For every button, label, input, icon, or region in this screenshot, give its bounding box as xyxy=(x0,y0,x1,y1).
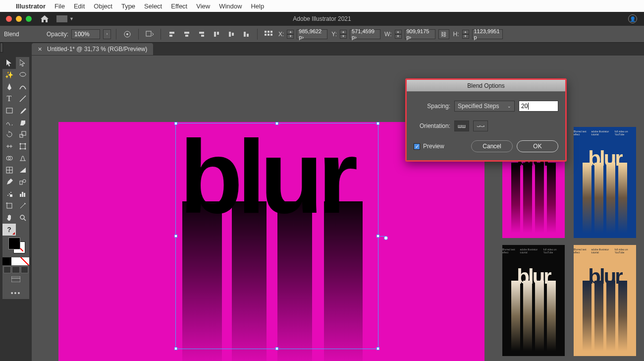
align-bottom-icon[interactable] xyxy=(240,28,252,40)
close-tab-icon[interactable]: ✕ xyxy=(38,46,42,53)
perspective-grid-tool-icon[interactable] xyxy=(16,152,29,164)
menu-help[interactable]: Help xyxy=(251,2,264,10)
panel-stub-icon[interactable] xyxy=(0,43,3,53)
more-tools-icon[interactable]: ••• xyxy=(2,287,29,299)
spacing-steps-input[interactable]: 20 xyxy=(519,101,558,112)
opacity-label: Opacity: xyxy=(47,31,68,38)
y-input[interactable]: 571,4599 p› xyxy=(350,29,380,39)
unknown-tool-icon[interactable]: ? xyxy=(2,224,16,236)
menu-effect[interactable]: Effect xyxy=(171,2,187,10)
eyedropper-tool-icon[interactable] xyxy=(2,176,16,188)
h-stepper[interactable]: ▲▼ xyxy=(462,30,469,39)
slice-tool-icon[interactable] xyxy=(16,200,29,212)
handle-icon[interactable] xyxy=(275,347,278,350)
blend-tool-icon[interactable] xyxy=(16,176,29,188)
align-left-icon[interactable] xyxy=(166,28,178,40)
menu-select[interactable]: Select xyxy=(144,2,162,10)
direct-selection-tool-icon[interactable] xyxy=(16,57,29,69)
transform-panel-icon[interactable] xyxy=(263,28,274,40)
selection-tool-icon[interactable] xyxy=(2,57,16,69)
gradient-tool-icon[interactable] xyxy=(16,164,29,176)
eraser-tool-icon[interactable] xyxy=(16,117,29,128)
fill-stroke-swatch[interactable] xyxy=(2,236,29,257)
color-none-icon[interactable] xyxy=(20,257,29,265)
x-input[interactable]: 985,9622 p› xyxy=(297,29,327,39)
scale-tool-icon[interactable] xyxy=(16,128,29,140)
draw-behind-icon[interactable] xyxy=(12,266,19,273)
width-tool-icon[interactable] xyxy=(2,140,16,152)
color-white-icon[interactable] xyxy=(11,257,20,265)
preview-checkbox[interactable]: ✓ Preview xyxy=(414,143,444,150)
shape-builder-tool-icon[interactable] xyxy=(2,152,16,164)
menu-object[interactable]: Object xyxy=(94,2,112,10)
color-black-icon[interactable] xyxy=(2,257,11,265)
h-input[interactable]: 1123,9951 p xyxy=(472,29,503,39)
selection-bounding-box[interactable] xyxy=(175,123,378,349)
handle-icon[interactable] xyxy=(376,122,379,125)
orientation-path-icon[interactable]: ⤻⤻ xyxy=(473,120,488,131)
opacity-input[interactable]: 100% xyxy=(71,29,100,39)
home-icon[interactable] xyxy=(41,15,49,22)
mesh-tool-icon[interactable] xyxy=(2,164,16,176)
type-tool-icon[interactable]: T xyxy=(2,93,16,105)
user-icon[interactable]: 👤 xyxy=(628,14,637,23)
align-right-icon[interactable] xyxy=(196,28,208,40)
handle-icon[interactable] xyxy=(275,122,278,125)
cancel-button[interactable]: Cancel xyxy=(471,140,513,152)
handle-icon[interactable] xyxy=(174,235,177,238)
opacity-dropdown-icon[interactable]: › xyxy=(103,29,111,39)
draw-normal-icon[interactable] xyxy=(3,266,11,273)
align-top-icon[interactable] xyxy=(211,28,222,40)
recolor-icon[interactable] xyxy=(121,28,133,40)
workspace-icon[interactable] xyxy=(56,15,67,22)
lasso-tool-icon[interactable] xyxy=(16,69,29,81)
paintbrush-tool-icon[interactable] xyxy=(16,105,29,117)
pen-tool-icon[interactable] xyxy=(2,81,16,93)
y-stepper[interactable]: ▲▼ xyxy=(340,30,347,39)
chevron-down-icon[interactable]: ▼ xyxy=(69,16,74,21)
x-stepper[interactable]: ▲▼ xyxy=(287,30,294,39)
artboard-tool-icon[interactable] xyxy=(2,200,16,212)
curvature-tool-icon[interactable] xyxy=(16,81,29,93)
document-tab[interactable]: ✕ Untitled-1* @ 31,73 % (RGB/Preview) xyxy=(32,43,153,55)
thumbnail-orange[interactable]: Blurred text effectadobe illustrator tut… xyxy=(574,245,636,356)
thumbnail-black[interactable]: Blurred text effectadobe illustrator tut… xyxy=(502,245,565,356)
menu-edit[interactable]: Edit xyxy=(74,2,85,10)
line-tool-icon[interactable] xyxy=(16,93,29,105)
graph-tool-icon[interactable] xyxy=(16,188,29,200)
align-center-v-icon[interactable] xyxy=(225,28,237,40)
thumbnail-blue[interactable]: Blurred text effectadobe illustrator tut… xyxy=(574,127,636,238)
menu-type[interactable]: Type xyxy=(121,2,135,10)
w-input[interactable]: 909,9175 p› xyxy=(405,29,435,39)
w-stepper[interactable]: ▲▼ xyxy=(395,30,402,39)
spacing-select[interactable]: Specified Steps ⌄ xyxy=(454,101,515,112)
ok-button[interactable]: OK xyxy=(517,140,558,152)
transform-icon[interactable] xyxy=(144,28,156,40)
handle-icon[interactable] xyxy=(174,122,177,125)
hand-tool-icon[interactable] xyxy=(2,212,16,224)
handle-icon[interactable] xyxy=(376,347,379,350)
symbol-sprayer-tool-icon[interactable] xyxy=(2,188,16,200)
free-transform-tool-icon[interactable] xyxy=(16,140,29,152)
app-name[interactable]: Illustrator xyxy=(16,2,46,10)
menu-file[interactable]: File xyxy=(54,2,65,10)
divider xyxy=(116,29,116,40)
menu-view[interactable]: View xyxy=(196,2,210,10)
fill-swatch[interactable] xyxy=(8,238,20,249)
close-window-icon[interactable] xyxy=(6,16,12,22)
screen-mode-icon[interactable] xyxy=(2,274,29,284)
maximize-window-icon[interactable] xyxy=(26,16,32,22)
align-center-h-icon[interactable] xyxy=(181,28,193,40)
rectangle-tool-icon[interactable] xyxy=(2,105,16,117)
link-wh-icon[interactable]: ⛓ xyxy=(438,29,449,39)
handle-icon[interactable] xyxy=(174,347,177,350)
menu-window[interactable]: Window xyxy=(219,2,242,10)
zoom-tool-icon[interactable] xyxy=(16,212,29,224)
rotation-handle-icon[interactable] xyxy=(384,236,388,240)
draw-inside-icon[interactable] xyxy=(21,266,28,273)
rotate-tool-icon[interactable] xyxy=(2,128,16,140)
orientation-page-icon[interactable]: шш xyxy=(454,120,469,131)
shaper-tool-icon[interactable] xyxy=(2,117,16,128)
magic-wand-tool-icon[interactable]: ✨ xyxy=(2,69,16,81)
minimize-window-icon[interactable] xyxy=(16,16,22,22)
